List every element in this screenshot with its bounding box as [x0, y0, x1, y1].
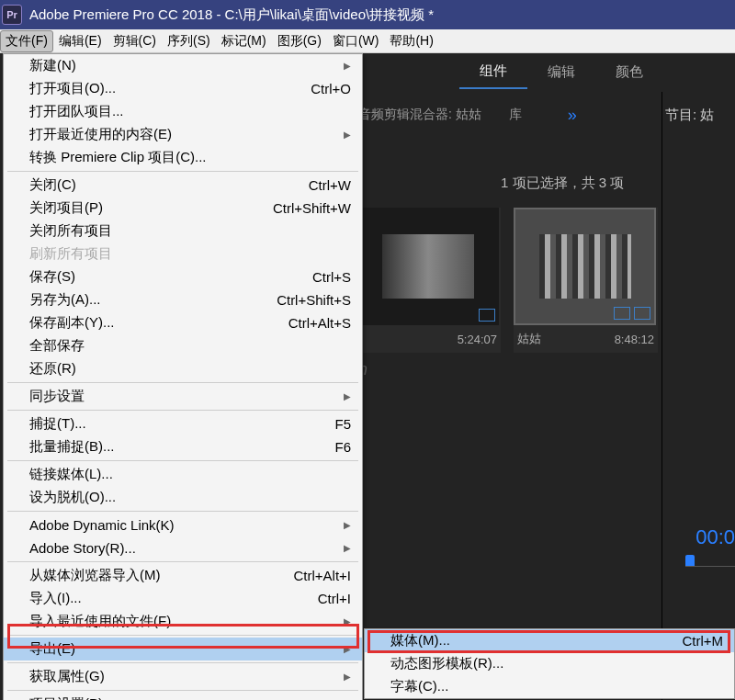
menubar-item[interactable]: 编辑(E) [53, 30, 107, 52]
menu-item[interactable]: 动态图形模板(R)... [365, 652, 734, 675]
menubar-item[interactable]: 标记(M) [216, 30, 272, 52]
menu-item-shortcut: F5 [334, 416, 351, 432]
clip-thumbnail[interactable]: 姑姑8:48:12 [514, 208, 658, 353]
menu-item[interactable]: 媒体(M)...Ctrl+M [365, 629, 734, 652]
menu-item-label: 打开团队项目... [29, 103, 124, 120]
menu-item[interactable]: 打开项目(O)...Ctrl+O [4, 77, 362, 100]
menu-item-label: 捕捉(T)... [29, 415, 86, 433]
menu-item[interactable]: 保存(S)Ctrl+S [4, 265, 362, 288]
menu-item[interactable]: 打开最近使用的内容(E)▶ [4, 123, 362, 146]
clip-duration: 5:24:07 [458, 331, 497, 346]
menu-item-label: 链接媒体(L)... [29, 466, 113, 483]
menu-item-shortcut: Ctrl+Alt+I [293, 568, 351, 583]
menu-item[interactable]: Adobe Dynamic Link(K)▶ [4, 514, 362, 536]
expand-icon[interactable]: » [568, 106, 577, 125]
menubar-item[interactable]: 窗口(W) [327, 30, 385, 52]
timeline-ruler[interactable] [685, 555, 735, 582]
menu-item[interactable]: 设为脱机(O)... [4, 486, 362, 509]
submenu-arrow-icon: ▶ [344, 130, 351, 140]
program-panel-tab[interactable]: 节目: 姑 [665, 101, 735, 130]
menu-item[interactable]: 关闭(C)Ctrl+W [4, 174, 362, 197]
submenu-arrow-icon: ▶ [344, 543, 351, 553]
menu-item[interactable]: 导出(E)▶ [4, 638, 362, 660]
menu-item[interactable]: 另存为(A)...Ctrl+Shift+S [4, 288, 362, 311]
menubar-item[interactable]: 帮助(H) [384, 30, 438, 52]
menu-item-label: 刷新所有项目 [29, 245, 112, 263]
menu-item[interactable]: 关闭所有项目 [4, 220, 362, 243]
menu-item-shortcut: Ctrl+Shift+S [277, 292, 351, 308]
selection-info: 1 项已选择，共 3 项 [501, 175, 624, 192]
menu-item[interactable]: 关闭项目(P)Ctrl+Shift+W [4, 197, 362, 220]
menu-item[interactable]: 还原(R) [4, 357, 362, 380]
menu-item[interactable]: 转换 Premiere Clip 项目(C)... [4, 146, 362, 169]
menu-separator [7, 460, 358, 461]
menu-item: 刷新所有项目 [4, 243, 362, 265]
submenu-arrow-icon: ▶ [344, 61, 351, 71]
menu-item-shortcut: Ctrl+W [309, 177, 351, 193]
menu-item-label: 新建(N) [29, 57, 76, 74]
menu-item[interactable]: 导入(I)...Ctrl+I [4, 587, 362, 610]
menu-separator [7, 382, 358, 383]
menu-item-label: 导出(E) [29, 640, 75, 658]
menu-item[interactable]: Adobe Story(R)...▶ [4, 536, 362, 559]
menu-item[interactable]: 新建(N)▶ [4, 54, 362, 77]
menubar-item[interactable]: 图形(G) [272, 30, 327, 52]
menu-item-shortcut: Ctrl+Shift+W [273, 200, 351, 216]
menu-item-label: 从媒体浏览器导入(M) [29, 567, 161, 584]
workspace-tab[interactable]: 颜色 [595, 56, 663, 88]
menu-item[interactable]: 打开团队项目... [4, 100, 362, 123]
menu-item[interactable]: 链接媒体(L)... [4, 463, 362, 486]
workspace-tab[interactable]: 组件 [459, 55, 527, 89]
menu-item-shortcut: Ctrl+S [312, 269, 351, 285]
menu-item-label: 导入(I)... [29, 590, 82, 607]
menu-item[interactable]: 从媒体浏览器导入(M)Ctrl+Alt+I [4, 564, 362, 587]
audio-mixer-tab[interactable]: 音频剪辑混合器: 姑姑 [358, 107, 481, 123]
timecode[interactable]: 00:0 [695, 525, 735, 549]
menu-item-label: 转换 Premiere Clip 项目(C)... [29, 149, 207, 166]
menu-item-label: 关闭所有项目 [29, 222, 112, 240]
menu-item-label: 设为脱机(O)... [29, 489, 116, 506]
menubar-item[interactable]: 文件(F) [0, 30, 53, 52]
clip-name: 姑姑 [517, 331, 541, 347]
menu-separator [7, 561, 358, 562]
thumbnails-area: 5:24:07 姑姑8:48:12 [356, 208, 658, 353]
menu-item[interactable]: 项目设置(P)▶ [4, 693, 362, 700]
submenu-arrow-icon: ▶ [344, 616, 351, 627]
menu-item[interactable]: 同步设置▶ [4, 385, 362, 408]
menu-item[interactable]: 批量捕捉(B)...F6 [4, 435, 362, 458]
menu-item-shortcut: Ctrl+O [311, 81, 351, 96]
menu-item[interactable]: 捕捉(T)...F5 [4, 412, 362, 435]
menu-item-label: 媒体(M)... [390, 632, 450, 649]
menu-item-label: 导入最近使用的文件(F) [29, 613, 171, 630]
library-tab[interactable]: 库 [509, 107, 522, 123]
clip-thumbnail[interactable]: 5:24:07 [356, 208, 501, 353]
menubar-item[interactable]: 序列(S) [162, 30, 216, 52]
menubar-item[interactable]: 剪辑(C) [107, 30, 162, 52]
menu-item-shortcut: Ctrl+I [318, 591, 351, 606]
panel-divider[interactable] [662, 92, 662, 700]
export-submenu: 媒体(M)...Ctrl+M动态图形模板(R)...字幕(C)... [364, 628, 735, 699]
playhead-icon[interactable] [685, 555, 695, 566]
audio-icon [479, 309, 495, 322]
menubar: 文件(F)编辑(E)剪辑(C)序列(S)标记(M)图形(G)窗口(W)帮助(H) [0, 29, 735, 53]
menu-item[interactable]: 全部保存 [4, 334, 362, 357]
menu-item-label: 批量捕捉(B)... [29, 438, 115, 456]
menu-separator [7, 662, 358, 663]
menu-separator [7, 690, 358, 691]
file-menu-dropdown: 新建(N)▶打开项目(O)...Ctrl+O打开团队项目...打开最近使用的内容… [3, 53, 363, 700]
workspace-tab[interactable]: 编辑 [527, 56, 595, 88]
menu-item-label: 保存副本(Y)... [29, 314, 115, 332]
video-icon [614, 307, 630, 320]
menu-item-label: 打开最近使用的内容(E) [29, 126, 172, 143]
menu-item-label: 保存(S) [29, 268, 75, 286]
menu-item[interactable]: 导入最近使用的文件(F)▶ [4, 610, 362, 633]
menu-item[interactable]: 获取属性(G)▶ [4, 665, 362, 688]
submenu-arrow-icon: ▶ [344, 520, 351, 530]
menu-item-shortcut: Ctrl+M [682, 633, 723, 649]
title-bar: Pr Adobe Premiere Pro CC 2018 - C:\用户\li… [0, 0, 735, 29]
menu-item-label: 关闭(C) [29, 176, 76, 194]
menu-item[interactable]: 保存副本(Y)...Ctrl+Alt+S [4, 311, 362, 334]
menu-item-label: 打开项目(O)... [29, 80, 116, 97]
menu-item-label: 同步设置 [29, 388, 85, 405]
menu-item[interactable]: 字幕(C)... [365, 675, 734, 698]
